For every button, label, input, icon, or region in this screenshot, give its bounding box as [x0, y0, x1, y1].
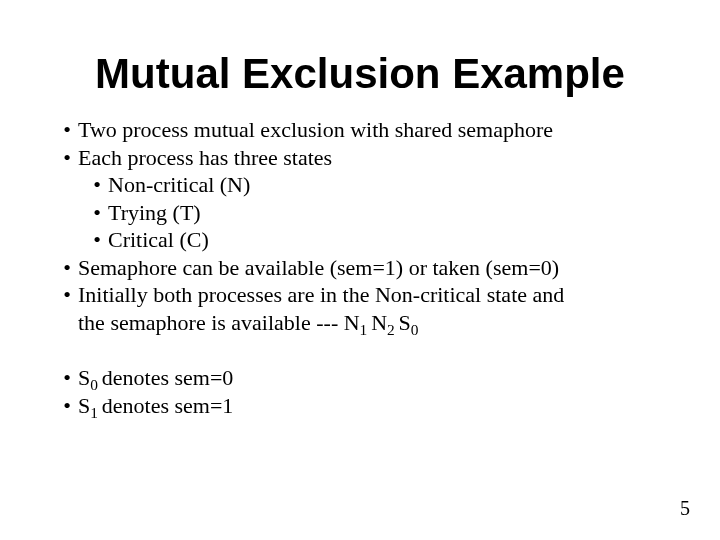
bullet-dot: • — [90, 226, 104, 254]
bullet-text: the semaphore is available --- N1 N2 S0 — [78, 309, 419, 337]
slide-title: Mutual Exclusion Example — [60, 50, 660, 98]
bullet-item: • Semaphore can be available (sem=1) or … — [60, 254, 660, 282]
bullet-dot: • — [60, 281, 74, 309]
bullet-text: Non-critical (N) — [108, 171, 250, 199]
text-run: S — [78, 365, 90, 390]
bullet-dot: • — [60, 254, 74, 282]
bullet-dot: • — [60, 392, 74, 420]
bullet-item: • Trying (T) — [90, 199, 660, 227]
subscript: 1 — [90, 404, 102, 421]
bullet-item: • Two process mutual exclusion with shar… — [60, 116, 660, 144]
bullet-dot: • — [60, 144, 74, 172]
text-run: S — [78, 393, 90, 418]
subscript: 0 — [411, 321, 419, 338]
page-number: 5 — [680, 497, 690, 520]
text-run: N — [371, 310, 387, 335]
text-run: S — [399, 310, 411, 335]
text-run: the semaphore is available --- N — [78, 310, 360, 335]
bullet-item: • S1 denotes sem=1 — [60, 392, 660, 420]
bullet-text: Two process mutual exclusion with shared… — [78, 116, 553, 144]
bullet-text: Semaphore can be available (sem=1) or ta… — [78, 254, 559, 282]
bullet-dot: • — [90, 171, 104, 199]
bullet-dot: • — [60, 364, 74, 392]
bullet-text: S1 denotes sem=1 — [78, 392, 233, 420]
bullet-item: • Non-critical (N) — [90, 171, 660, 199]
bullet-item: • Each process has three states — [60, 144, 660, 172]
bullet-dot: • — [60, 116, 74, 144]
text-run: denotes sem=1 — [102, 393, 234, 418]
bullet-item: • Initially both processes are in the No… — [60, 281, 660, 309]
bullet-item-continuation: the semaphore is available --- N1 N2 S0 — [60, 309, 660, 337]
bullet-dot: • — [90, 199, 104, 227]
bullet-text: Initially both processes are in the Non-… — [78, 281, 564, 309]
text-run: denotes sem=0 — [102, 365, 234, 390]
bullet-item: • Critical (C) — [90, 226, 660, 254]
subscript: 1 — [360, 321, 372, 338]
bullet-text: Critical (C) — [108, 226, 209, 254]
bullet-dot-empty — [60, 309, 74, 337]
slide-body: • Two process mutual exclusion with shar… — [60, 116, 660, 419]
bullet-text: S0 denotes sem=0 — [78, 364, 233, 392]
bullet-text: Each process has three states — [78, 144, 332, 172]
bullet-text: Trying (T) — [108, 199, 201, 227]
bullet-item: • S0 denotes sem=0 — [60, 364, 660, 392]
subscript: 2 — [387, 321, 399, 338]
